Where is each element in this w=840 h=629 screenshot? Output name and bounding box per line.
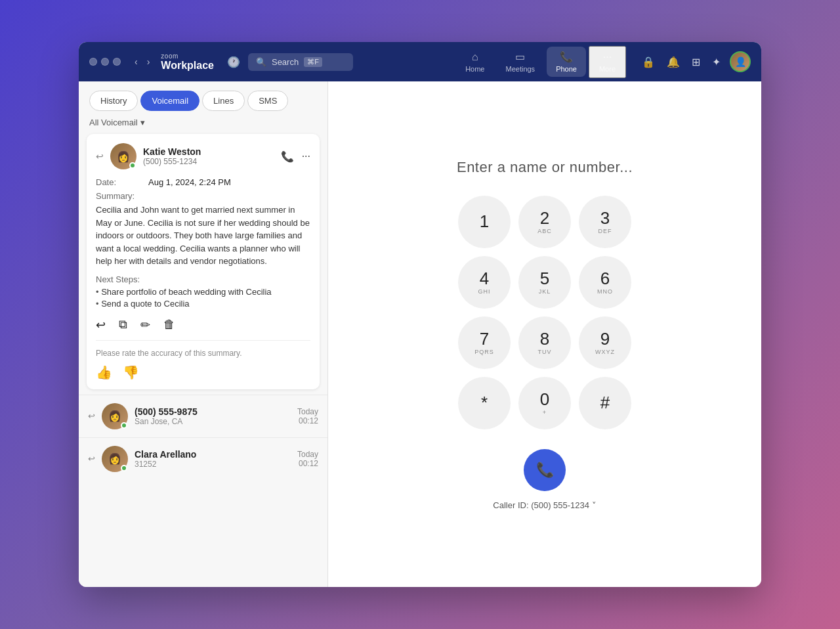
dial-hash[interactable]: # [579, 377, 631, 429]
dialpad-input[interactable]: Enter a name or number... [457, 159, 633, 176]
tab-meetings[interactable]: ▭ Meetings [496, 47, 544, 77]
share-button[interactable]: ↩ [96, 318, 106, 332]
dial-6[interactable]: 6 MNO [579, 256, 631, 309]
dial-8-letters: TUV [538, 349, 552, 355]
dialpad-grid: 1 2 ABC 3 DEF 4 GHI 5 JKL [458, 196, 631, 429]
dial-9[interactable]: 9 WXYZ [579, 316, 631, 369]
call-icon: 📞 [536, 462, 554, 479]
security-button[interactable]: 🔒 [639, 53, 658, 71]
dial-4[interactable]: 4 GHI [458, 256, 511, 309]
summary-text: Cecilia and John want to get married nex… [96, 204, 310, 268]
date-label: Date: [96, 177, 148, 187]
traffic-lights [89, 58, 121, 66]
edit-button[interactable]: ✏ [140, 318, 150, 332]
dial-0[interactable]: 0 + [518, 377, 571, 429]
phone-icon: 📞 [560, 51, 573, 63]
next-steps-list: Share portfolio of beach wedding with Ce… [96, 287, 310, 309]
rating-row: 👍 👎 [96, 364, 310, 380]
list-duration-2: 00:12 [297, 459, 318, 468]
tab-meetings-label: Meetings [505, 65, 535, 73]
delete-button[interactable]: 🗑 [163, 318, 175, 332]
brand-workplace-label: Workplace [161, 60, 214, 72]
layout-button[interactable]: ⊞ [689, 53, 703, 71]
tab-voicemail[interactable]: Voicemail [140, 91, 200, 111]
dial-2-number: 2 [540, 209, 549, 227]
online-indicator [129, 162, 136, 169]
tab-lines[interactable]: Lines [202, 91, 245, 111]
dial-8-number: 8 [540, 330, 549, 347]
right-panel: Enter a name or number... 1 2 ABC 3 DEF … [328, 81, 761, 587]
dial-5-number: 5 [540, 270, 549, 287]
search-shortcut: ⌘F [304, 57, 322, 67]
list-time-2: Today 00:12 [297, 450, 318, 468]
brand-zoom-label: zoom [161, 53, 214, 60]
history-button[interactable]: 🕐 [227, 56, 240, 68]
contact-name: Katie Weston [143, 146, 274, 157]
tab-phone[interactable]: 📞 Phone [547, 47, 586, 77]
main-content: History Voicemail Lines SMS All Voicemai… [79, 81, 761, 587]
more-icon: ··· [603, 51, 612, 63]
dial-9-letters: WXYZ [595, 349, 615, 355]
brand-logo: zoom Workplace [161, 53, 214, 72]
dial-8[interactable]: 8 TUV [518, 316, 571, 369]
traffic-light-maximize[interactable] [113, 58, 121, 66]
list-avatar-2: 👩 [102, 446, 128, 472]
filter-chevron-icon: ▾ [140, 118, 145, 127]
call-back-button[interactable]: 📞 [281, 150, 294, 163]
thumbs-down-button[interactable]: 👎 [123, 364, 139, 380]
caller-id[interactable]: Caller ID: (500) 555-1234 ˅ [493, 500, 596, 510]
tab-history[interactable]: History [89, 91, 138, 111]
dial-5[interactable]: 5 JKL [518, 256, 571, 309]
tab-sms[interactable]: SMS [247, 91, 288, 111]
call-button[interactable]: 📞 [524, 449, 566, 491]
tab-more-label: More [599, 65, 616, 73]
title-bar-actions: 🔒 🔔 ⊞ ✦ 👤 [639, 51, 751, 72]
date-row: Date: Aug 1, 2024, 2:24 PM [96, 177, 310, 187]
dial-3-number: 3 [600, 209, 610, 227]
copy-button[interactable]: ⧉ [119, 318, 127, 332]
transfer-icon-2: ↩ [88, 454, 95, 464]
list-item-1[interactable]: ↩ 👩 (500) 555-9875 San Jose, CA Today 00… [79, 395, 327, 437]
card-actions: 📞 ··· [281, 150, 310, 163]
thumbs-up-button[interactable]: 👍 [96, 364, 112, 380]
list-info-2: Clara Arellano 31252 [135, 449, 291, 469]
list-time-1: Today 00:12 [297, 407, 318, 425]
list-item-2[interactable]: ↩ 👩 Clara Arellano 31252 Today 00:12 [79, 437, 327, 480]
tab-home[interactable]: ⌂ Home [456, 47, 494, 77]
dial-star[interactable]: * [458, 377, 511, 429]
back-button[interactable]: ‹ [131, 55, 141, 68]
list-date-2: Today [297, 450, 318, 459]
transfer-icon-1: ↩ [88, 411, 95, 421]
summary-label: Summary: [96, 191, 310, 201]
ai-button[interactable]: ✦ [709, 53, 723, 71]
dial-4-letters: GHI [478, 288, 490, 295]
traffic-light-close[interactable] [89, 58, 97, 66]
search-bar[interactable]: 🔍 Search ⌘F [248, 53, 353, 71]
dial-1[interactable]: 1 [458, 196, 511, 248]
dial-2[interactable]: 2 ABC [518, 196, 571, 248]
home-icon: ⌂ [472, 51, 478, 63]
voicemail-filter[interactable]: All Voicemail ▾ [79, 111, 327, 134]
online-dot-1 [121, 422, 127, 429]
next-step-1: Share portfolio of beach wedding with Ce… [96, 287, 310, 297]
list-location-1: San Jose, CA [135, 417, 291, 426]
user-avatar[interactable]: 👤 [730, 51, 751, 72]
dial-3[interactable]: 3 DEF [579, 196, 631, 248]
more-options-button[interactable]: ··· [302, 150, 310, 162]
notifications-button[interactable]: 🔔 [664, 53, 682, 71]
list-info-1: (500) 555-9875 San Jose, CA [135, 406, 291, 426]
contact-phone: (500) 555-1234 [143, 157, 274, 166]
forward-button[interactable]: › [144, 55, 154, 68]
traffic-light-minimize[interactable] [101, 58, 109, 66]
list-avatar-1: 👩 [102, 403, 128, 429]
filter-label: All Voicemail [89, 118, 138, 127]
dial-6-number: 6 [600, 270, 610, 287]
dial-7[interactable]: 7 PQRS [458, 316, 511, 369]
tab-more[interactable]: ··· More [589, 46, 626, 78]
tab-home-label: Home [465, 65, 484, 73]
dial-6-letters: MNO [597, 288, 613, 295]
transfer-icon: ↩ [96, 151, 104, 162]
meetings-icon: ▭ [515, 51, 525, 63]
list-duration-1: 00:12 [297, 416, 318, 425]
dial-7-number: 7 [480, 330, 489, 347]
